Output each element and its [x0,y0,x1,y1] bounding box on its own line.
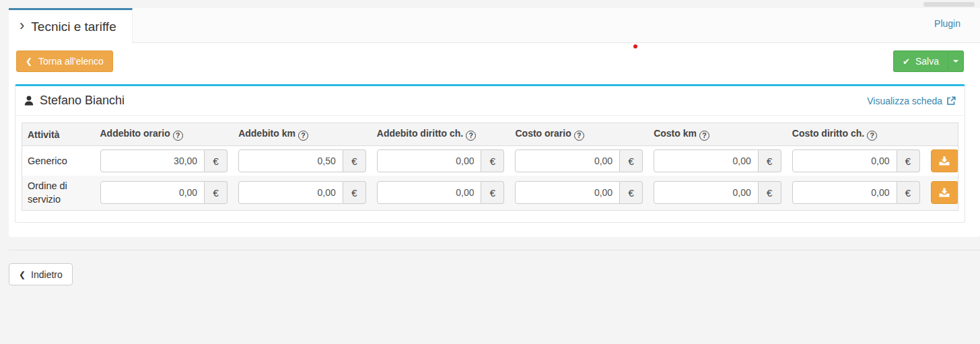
view-card-link[interactable]: Visualizza scheda [867,96,956,106]
currency-addon: € [620,181,643,204]
chevron-right-icon: › [20,18,24,33]
download-icon [939,188,950,197]
tab-label: Tecnici e tariffe [31,20,116,34]
cost-hourly-input[interactable] [515,181,620,204]
save-button[interactable]: ✔ Salva [893,50,948,72]
help-icon[interactable]: ? [699,131,709,141]
header-cost-hourly: Costo orario? [510,123,648,146]
header-charge-hourly: Addebito orario? [95,123,234,146]
currency-addon: € [897,149,920,172]
table-row-generico: Generico € € € € € € [22,146,958,176]
red-dot [633,44,637,48]
cost-callout-input[interactable] [792,149,897,172]
currency-addon: € [620,149,643,172]
charge-km-input[interactable] [238,149,343,172]
charge-hourly-input[interactable] [100,149,205,172]
cost-hourly-input[interactable] [515,149,620,172]
charge-hourly-input[interactable] [100,181,205,204]
external-link-icon [946,96,956,106]
header-action [925,123,958,146]
currency-addon: € [481,149,504,172]
back-to-list-button[interactable]: ❮ Torna all'elenco [16,50,113,72]
help-icon[interactable]: ? [298,131,308,141]
download-icon [939,156,950,166]
currency-addon: € [759,181,781,204]
save-dropdown-toggle[interactable] [948,50,964,72]
currency-addon: € [897,181,920,204]
currency-addon: € [343,181,366,204]
header-charge-callout: Addebito diritto ch.? [372,123,510,146]
help-icon[interactable]: ? [867,131,877,141]
save-label: Salva [915,56,939,67]
technician-panel: Stefano Bianchi Visualizza scheda Attivi… [15,84,965,223]
page: › Tecnici e tariffe Plugin ❮ Torna all'e… [0,0,980,344]
tab-bar: › Tecnici e tariffe Plugin [9,8,980,43]
header-cost-km: Costo km? [648,123,787,146]
panel-heading: Stefano Bianchi Visualizza scheda [15,86,965,116]
table-header-row: Attività Addebito orario? Addebito km? A… [22,123,958,146]
main-card: › Tecnici e tariffe Plugin ❮ Torna all'e… [9,8,980,237]
check-icon: ✔ [903,57,910,66]
cost-km-input[interactable] [654,149,759,172]
header-activity: Attività [22,123,95,146]
panel-body: Attività Addebito orario? Addebito km? A… [15,116,965,217]
activity-label: Generico [22,146,95,176]
caret-down-icon [953,60,958,63]
toolbar: ❮ Torna all'elenco ✔ Salva [9,43,980,85]
chevron-left-icon: ❮ [26,57,32,65]
charge-callout-input[interactable] [377,149,482,172]
table-row-ordine-di-servizio: Ordine di servizio € € € € € € [22,176,958,210]
user-icon [24,96,34,106]
tariffs-table: Attività Addebito orario? Addebito km? A… [22,123,958,211]
view-card-label: Visualizza scheda [867,96,942,106]
header-charge-km: Addebito km? [233,123,372,146]
help-icon[interactable]: ? [466,131,476,141]
footer-divider [9,250,980,250]
cost-callout-input[interactable] [792,181,897,204]
back-to-list-label: Torna all'elenco [38,56,104,67]
activity-label: Ordine di servizio [22,176,95,210]
back-button[interactable]: ❮ Indietro [9,263,73,285]
tab-tecnici-e-tariffe[interactable]: › Tecnici e tariffe [9,8,133,43]
chevron-left-icon: ❮ [19,271,26,279]
currency-addon: € [759,149,781,172]
apply-rates-button[interactable] [931,149,958,172]
help-icon[interactable]: ? [574,131,584,141]
currency-addon: € [481,181,504,204]
back-button-label: Indietro [31,269,63,280]
save-split-button: ✔ Salva [893,50,964,72]
currency-addon: € [205,149,228,172]
header-cost-callout: Costo diritto ch.? [787,123,925,146]
help-icon[interactable]: ? [173,131,183,141]
currency-addon: € [343,149,366,172]
currency-addon: € [205,181,228,204]
apply-rates-button[interactable] [931,181,958,204]
technician-name: Stefano Bianchi [40,94,125,108]
panel-title: Stefano Bianchi [24,94,125,108]
top-gray-bar [923,2,975,7]
cost-km-input[interactable] [654,181,759,204]
charge-km-input[interactable] [238,181,343,204]
charge-callout-input[interactable] [377,181,482,204]
plugin-link[interactable]: Plugin [934,18,960,29]
